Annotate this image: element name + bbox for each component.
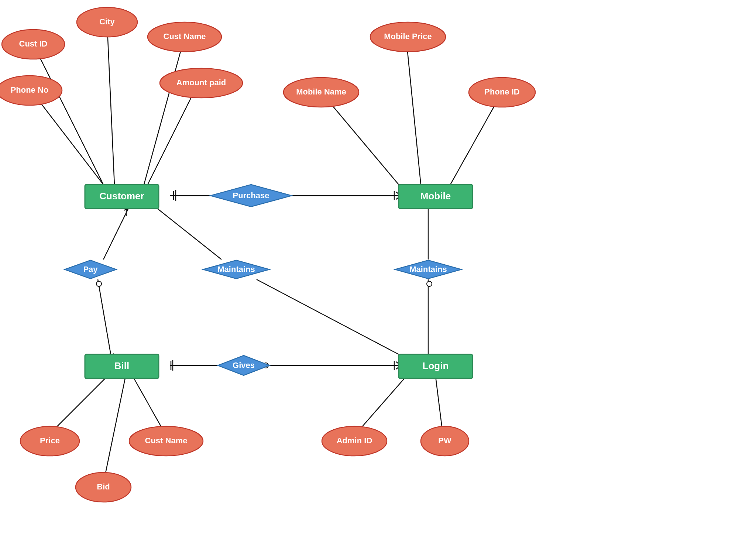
entity-mobile-label: Mobile — [420, 190, 451, 202]
svg-point-16 — [427, 281, 432, 286]
attr-price-label: Price — [40, 436, 60, 445]
relation-pay-label: Pay — [83, 265, 98, 274]
conn-custid-customer — [33, 44, 103, 185]
conn-customer-pay — [103, 207, 129, 259]
conn-pay-bill — [98, 279, 111, 354]
attr-pw-label: PW — [438, 436, 451, 445]
attr-admin-id-label: Admin ID — [337, 436, 372, 445]
relation-purchase-label: Purchase — [233, 191, 269, 200]
attr-cust-name-label: Cust Name — [164, 32, 206, 41]
conn-bid-bill — [103, 377, 126, 484]
conn-custname-customer — [144, 37, 185, 185]
attr-phone-no-label: Phone No — [11, 85, 49, 94]
relation-maintains-right-label: Maintains — [409, 265, 447, 274]
entity-bill-label: Bill — [114, 360, 129, 371]
conn-mobileprice-mobile — [406, 37, 421, 185]
entity-customer-label: Customer — [99, 190, 144, 202]
attr-amount-paid-label: Amount paid — [176, 78, 226, 87]
conn-customer-maintains-left — [155, 207, 221, 259]
relation-gives-label: Gives — [233, 361, 255, 370]
er-diagram: Cust ID City Cust Name Phone No Amount p… — [0, 0, 756, 557]
attr-bid-label: Bid — [97, 482, 110, 491]
svg-point-12 — [96, 281, 102, 286]
relation-maintains-left-label: Maintains — [217, 265, 255, 274]
attr-city-label: City — [99, 17, 115, 26]
entity-login-label: Login — [423, 360, 449, 371]
attr-cust-name-bill-label: Cust Name — [145, 436, 188, 445]
attr-phone-id-label: Phone ID — [484, 87, 519, 96]
attr-mobile-name-label: Mobile Name — [296, 87, 346, 96]
attr-cust-id-label: Cust ID — [19, 39, 48, 48]
attr-mobile-price-label: Mobile Price — [384, 32, 432, 41]
conn-city-customer — [107, 22, 114, 185]
conn-maintains-left-login — [257, 279, 399, 354]
